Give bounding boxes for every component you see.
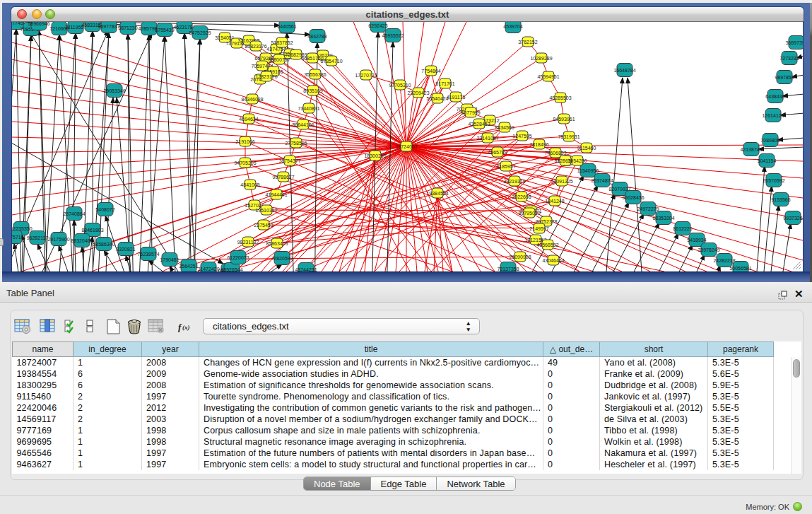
svg-text:(x): (x)	[182, 324, 190, 331]
svg-text:9153566: 9153566	[771, 197, 790, 202]
svg-text:35556386: 35556386	[304, 72, 326, 77]
svg-text:4185957: 4185957	[496, 164, 515, 169]
svg-text:9375710: 9375710	[12, 235, 24, 240]
svg-text:9897858: 9897858	[775, 75, 794, 80]
svg-text:39219319: 39219319	[503, 179, 525, 184]
svg-text:36697396: 36697396	[785, 40, 803, 45]
svg-text:9937326: 9937326	[783, 216, 802, 221]
svg-text:3320821: 3320821	[116, 247, 135, 252]
svg-text:1954280: 1954280	[567, 158, 587, 163]
svg-text:38754377: 38754377	[278, 158, 300, 163]
svg-text:1247595: 1247595	[512, 134, 531, 139]
svg-text:1790481: 1790481	[160, 257, 179, 262]
svg-text:8077999: 8077999	[461, 110, 480, 115]
svg-text:6292423: 6292423	[368, 23, 387, 28]
svg-text:7818496: 7818496	[529, 142, 548, 147]
svg-text:4841005: 4841005	[240, 182, 259, 187]
svg-text:18300295: 18300295	[364, 153, 386, 158]
svg-text:5041154: 5041154	[758, 158, 777, 163]
svg-text:76238574: 76238574	[137, 252, 159, 257]
svg-text:88320463: 88320463	[71, 238, 93, 243]
svg-text:19510312: 19510312	[255, 208, 277, 213]
svg-text:41944441: 41944441	[265, 192, 287, 197]
svg-text:74606833: 74606833	[544, 151, 566, 156]
svg-text:52091325: 52091325	[551, 179, 572, 184]
svg-text:85863473: 85863473	[266, 241, 288, 246]
svg-text:18724007: 18724007	[395, 144, 417, 149]
svg-text:45935572: 45935572	[382, 33, 404, 38]
svg-text:88461803: 88461803	[81, 228, 103, 233]
svg-text:8612220: 8612220	[673, 226, 692, 231]
svg-text:29053346: 29053346	[103, 88, 125, 93]
svg-text:28740864: 28740864	[63, 211, 85, 216]
svg-text:43744231: 43744231	[295, 267, 317, 272]
svg-text:24972279: 24972279	[637, 206, 659, 211]
svg-text:6440561: 6440561	[277, 24, 296, 29]
svg-text:20752378: 20752378	[535, 219, 557, 224]
svg-text:24282218: 24282218	[713, 258, 735, 263]
svg-text:41568532: 41568532	[536, 243, 558, 247]
svg-text:27758595: 27758595	[285, 141, 307, 146]
svg-text:96028436: 96028436	[622, 195, 644, 200]
svg-text:67854710: 67854710	[320, 59, 342, 64]
svg-text:6438436: 6438436	[765, 94, 784, 99]
svg-text:7754864: 7754864	[421, 69, 440, 74]
svg-text:96282117: 96282117	[27, 235, 49, 240]
svg-text:7089806: 7089806	[760, 138, 779, 143]
svg-text:5418934: 5418934	[687, 238, 706, 243]
svg-text:99788677: 99788677	[272, 175, 294, 180]
svg-text:84346088: 84346088	[241, 97, 263, 102]
svg-text:3871230: 3871230	[118, 25, 137, 30]
svg-text:98231132: 98231132	[237, 240, 259, 245]
svg-text:8935169: 8935169	[303, 88, 322, 93]
svg-text:5171761: 5171761	[435, 81, 454, 86]
svg-text:11540956: 11540956	[577, 168, 599, 173]
svg-text:19384554: 19384554	[426, 191, 448, 196]
svg-text:12823170: 12823170	[255, 74, 277, 79]
svg-text:26090908: 26090908	[509, 255, 531, 259]
svg-text:2022698: 2022698	[512, 194, 531, 199]
svg-text:4694634: 4694634	[239, 117, 258, 122]
svg-text:8434500: 8434500	[495, 125, 514, 130]
svg-text:72820592: 72820592	[271, 256, 293, 261]
svg-text:17270733: 17270733	[355, 73, 377, 78]
svg-text:23141087: 23141087	[476, 136, 498, 141]
svg-text:9115460: 9115460	[577, 146, 596, 151]
svg-text:2375453: 2375453	[254, 223, 273, 228]
svg-text:20570592: 20570592	[763, 178, 784, 183]
svg-text:78137358: 78137358	[497, 267, 519, 271]
svg-text:68800797: 68800797	[268, 57, 290, 62]
svg-text:3564251: 3564251	[179, 264, 198, 269]
svg-text:96977837: 96977837	[98, 24, 119, 29]
svg-text:68353204: 68353204	[652, 216, 674, 221]
svg-text:48285503: 48285503	[549, 95, 571, 100]
svg-text:8755439: 8755439	[155, 28, 174, 33]
svg-text:51837852: 51837852	[271, 40, 293, 45]
svg-text:4842788: 4842788	[307, 34, 326, 39]
svg-text:5408072: 5408072	[95, 207, 114, 212]
svg-text:94705205: 94705205	[234, 160, 256, 165]
svg-text:73440831: 73440831	[298, 106, 319, 111]
svg-text:42138745: 42138745	[740, 147, 762, 152]
svg-text:10289289: 10289289	[530, 56, 552, 61]
svg-text:80823176: 80823176	[245, 44, 266, 49]
svg-text:4539704: 4539704	[503, 24, 522, 29]
svg-text:89795010: 89795010	[518, 211, 540, 216]
svg-text:3762152: 3762152	[518, 40, 537, 45]
svg-text:1841248: 1841248	[545, 199, 564, 204]
svg-text:58586340: 58586340	[93, 242, 114, 247]
svg-text:84593961: 84593961	[553, 117, 575, 122]
svg-text:43046464: 43046464	[542, 258, 564, 263]
svg-text:7273233: 7273233	[779, 56, 799, 61]
svg-text:2149597: 2149597	[529, 226, 548, 231]
svg-text:12614124: 12614124	[762, 113, 784, 118]
svg-text:43528453: 43528453	[468, 122, 490, 127]
svg-text:4965789: 4965789	[488, 150, 507, 155]
svg-text:45594951: 45594951	[537, 74, 559, 79]
svg-text:4191175: 4191175	[447, 95, 466, 100]
svg-text:16648784: 16648784	[613, 68, 635, 73]
svg-text:23209423: 23209423	[407, 90, 429, 95]
svg-text:86644106: 86644106	[292, 122, 314, 127]
svg-text:50056581: 50056581	[729, 266, 751, 271]
svg-text:72682989: 72682989	[285, 52, 307, 57]
